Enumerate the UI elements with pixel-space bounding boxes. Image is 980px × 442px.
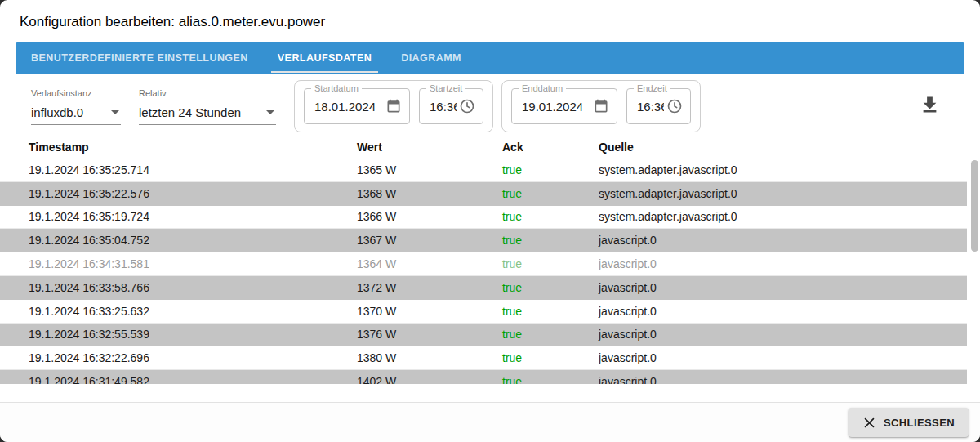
cell-wert: 1402 W: [357, 375, 502, 384]
cell-ack: true: [502, 375, 599, 384]
filter-bar: Verlaufsinstanz influxdb.0 Relativ letzt…: [0, 74, 980, 136]
table-row[interactable]: 19.1.2024 16:35:19.7241366 Wtruesystem.a…: [0, 206, 967, 230]
start-date-value: 18.01.2024: [314, 100, 383, 114]
spacer: [0, 384, 980, 402]
cell-wert: 1365 W: [357, 163, 502, 176]
table-row[interactable]: 19.1.2024 16:35:22.5761368 Wtruesystem.a…: [0, 182, 967, 206]
tab-custom-settings[interactable]: BENUTZERDEFINIERTE EINSTELLUNGEN: [16, 42, 263, 74]
cell-quelle: javascript.0: [599, 281, 967, 294]
clock-icon[interactable]: [664, 96, 685, 117]
calendar-icon[interactable]: [590, 96, 612, 117]
chevron-down-icon: [266, 110, 274, 114]
cell-quelle: system.adapter.javascript.0: [599, 187, 967, 200]
cell-quelle: javascript.0: [599, 351, 967, 364]
start-date-field[interactable]: Startdatum 18.01.2024: [304, 88, 410, 124]
end-date-label: Enddatum: [519, 83, 566, 93]
cell-quelle: system.adapter.javascript.0: [599, 163, 967, 176]
column-header-wert[interactable]: Wert: [357, 141, 502, 154]
clock-icon[interactable]: [457, 96, 478, 117]
relative-range-value: letzten 24 Stunden: [139, 105, 241, 119]
cell-ack: true: [502, 281, 599, 294]
cell-timestamp: 19.1.2024 16:33:25.632: [29, 305, 357, 318]
close-button[interactable]: SCHLIESSEN: [849, 408, 969, 437]
cell-timestamp: 19.1.2024 16:31:49.582: [29, 375, 357, 384]
cell-timestamp: 19.1.2024 16:33:58.766: [29, 281, 357, 294]
close-icon: [862, 416, 876, 430]
scrollbar-thumb[interactable]: [971, 160, 978, 252]
cell-quelle: javascript.0: [599, 234, 967, 247]
end-time-value: 16:36: [637, 100, 664, 114]
scrollbar-track[interactable]: [970, 158, 978, 384]
close-button-label: SCHLIESSEN: [884, 417, 955, 429]
download-icon[interactable]: [919, 94, 941, 118]
history-instance-select-wrap: Verlaufsinstanz influxdb.0: [31, 88, 121, 125]
page-title: Konfiguration bearbeiten: alias.0.meter.…: [0, 0, 980, 30]
table-header: Timestamp Wert Ack Quelle: [0, 136, 967, 158]
cell-wert: 1376 W: [357, 328, 502, 341]
cell-timestamp: 19.1.2024 16:35:19.724: [29, 210, 357, 223]
cell-quelle: javascript.0: [599, 328, 967, 341]
column-header-timestamp[interactable]: Timestamp: [29, 141, 357, 154]
cell-wert: 1380 W: [357, 351, 502, 364]
table-row[interactable]: 19.1.2024 16:31:49.5821402 Wtruejavascri…: [0, 370, 967, 384]
table-row[interactable]: 19.1.2024 16:35:04.7521367 Wtruejavascri…: [0, 229, 967, 252]
start-date-label: Startdatum: [311, 83, 362, 93]
edit-config-dialog: Konfiguration bearbeiten: alias.0.meter.…: [0, 0, 980, 442]
table-row[interactable]: 19.1.2024 16:32:55.5391376 Wtruejavascri…: [0, 324, 967, 347]
table-row[interactable]: 19.1.2024 16:34:31.5811364 Wtruejavascri…: [0, 252, 967, 276]
cell-wert: 1367 W: [357, 234, 502, 247]
cell-ack: true: [502, 163, 599, 176]
history-table: Timestamp Wert Ack Quelle 19.1.2024 16:3…: [0, 136, 980, 384]
tab-diagram[interactable]: DIAGRAMM: [386, 42, 476, 74]
history-instance-select[interactable]: influxdb.0: [31, 104, 121, 125]
table-row[interactable]: 19.1.2024 16:35:25.7141365 Wtruesystem.a…: [0, 158, 967, 182]
start-time-value: 16:36: [430, 100, 457, 114]
cell-ack: true: [502, 234, 599, 247]
calendar-icon[interactable]: [383, 96, 404, 117]
start-time-label: Startzeit: [426, 83, 466, 93]
cell-timestamp: 19.1.2024 16:32:22.696: [29, 351, 357, 364]
cell-ack: true: [502, 257, 599, 270]
table-row[interactable]: 19.1.2024 16:33:25.6321370 Wtruejavascri…: [0, 300, 967, 324]
end-time-field[interactable]: Endzeit 16:36: [626, 88, 691, 124]
cell-quelle: javascript.0: [599, 305, 967, 318]
end-datetime-group: Enddatum 19.01.2024 Endzeit 16:36: [501, 80, 701, 132]
cell-timestamp: 19.1.2024 16:32:55.539: [29, 328, 357, 341]
history-instance-value: influxdb.0: [31, 105, 83, 119]
cell-wert: 1368 W: [357, 187, 502, 200]
cell-timestamp: 19.1.2024 16:35:22.576: [29, 187, 357, 200]
start-datetime-group: Startdatum 18.01.2024 Startzeit 16:36: [294, 80, 493, 132]
dialog-footer: SCHLIESSEN: [0, 402, 980, 442]
cell-quelle: system.adapter.javascript.0: [599, 210, 967, 223]
cell-timestamp: 19.1.2024 16:34:31.581: [29, 257, 357, 270]
tab-history-data[interactable]: VERLAUFSDATEN: [263, 42, 386, 74]
cell-ack: true: [502, 351, 599, 364]
cell-wert: 1372 W: [357, 281, 502, 294]
table-row[interactable]: 19.1.2024 16:33:58.7661372 Wtruejavascri…: [0, 276, 967, 300]
cell-timestamp: 19.1.2024 16:35:04.752: [29, 234, 357, 247]
relative-range-label: Relativ: [139, 88, 276, 98]
cell-wert: 1366 W: [357, 210, 502, 223]
end-date-value: 19.01.2024: [522, 100, 590, 114]
cell-ack: true: [502, 328, 599, 341]
column-header-ack[interactable]: Ack: [502, 141, 599, 154]
table-body: 19.1.2024 16:35:25.7141365 Wtruesystem.a…: [0, 158, 967, 384]
table-row[interactable]: 19.1.2024 16:32:22.6961380 Wtruejavascri…: [0, 346, 967, 370]
column-header-quelle[interactable]: Quelle: [599, 141, 967, 154]
cell-timestamp: 19.1.2024 16:35:25.714: [29, 163, 357, 176]
start-time-field[interactable]: Startzeit 16:36: [419, 88, 483, 124]
relative-range-select-wrap: Relativ letzten 24 Stunden: [139, 88, 276, 125]
cell-quelle: javascript.0: [599, 375, 967, 384]
relative-range-select[interactable]: letzten 24 Stunden: [139, 104, 276, 125]
chevron-down-icon: [111, 110, 119, 114]
history-instance-label: Verlaufsinstanz: [31, 88, 121, 98]
end-time-label: Endzeit: [634, 83, 670, 93]
cell-wert: 1364 W: [357, 257, 502, 270]
cell-ack: true: [502, 187, 599, 200]
cell-wert: 1370 W: [357, 305, 502, 318]
tab-bar: BENUTZERDEFINIERTE EINSTELLUNGEN VERLAUF…: [16, 42, 964, 74]
end-date-field[interactable]: Enddatum 19.01.2024: [511, 88, 617, 124]
cell-ack: true: [502, 210, 599, 223]
cell-quelle: javascript.0: [599, 257, 967, 270]
cell-ack: true: [502, 305, 599, 318]
